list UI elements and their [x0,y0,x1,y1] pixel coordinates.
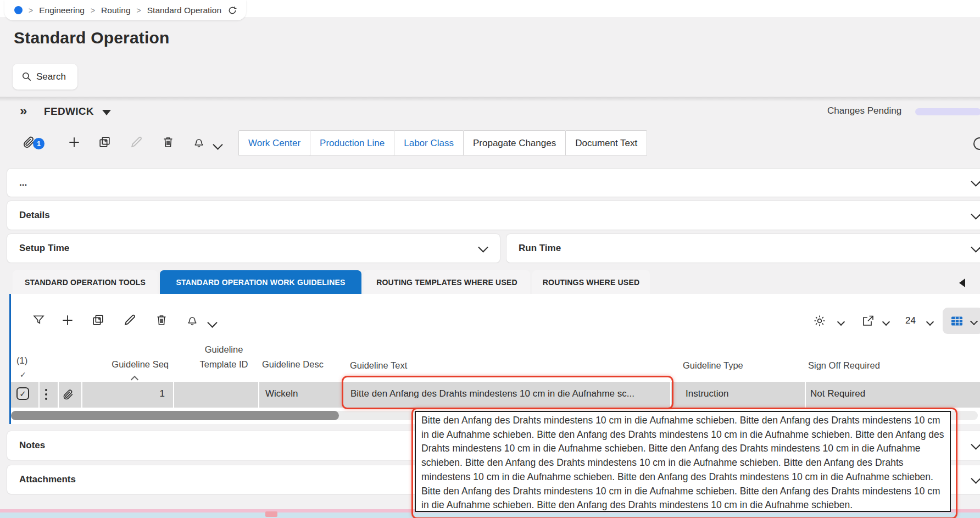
chevron-down-icon [478,242,488,252]
column-header-seq[interactable]: Guideline Seq [102,359,169,370]
row-attachment-icon[interactable] [62,388,74,400]
column-separator [58,382,59,408]
bell-dropdown-chevron-icon[interactable] [213,140,222,149]
horizontal-scrollbar-thumb[interactable] [11,411,339,420]
row-checkbox-checked[interactable]: ✓ [16,387,29,400]
delete-icon[interactable] [162,135,175,149]
column-header-selection[interactable]: (1) [16,355,27,366]
delete-row-icon[interactable] [155,313,168,327]
record-name[interactable]: FEDWICK [44,105,94,118]
breadcrumb-standard-operation[interactable]: Standard Operation [147,5,221,15]
status-text: Changes Pending [827,105,901,116]
expand-panel-icon[interactable]: » [20,104,27,118]
section-ellipsis[interactable]: ... [7,169,980,197]
chevron-down-icon [971,242,980,252]
cell-guideline-type[interactable]: Instruction [686,388,728,399]
chevron-down-icon [971,439,980,449]
column-separator [258,382,259,408]
grid-view-toggle[interactable] [943,308,980,334]
column-separator [81,382,82,408]
tab-routings-where-used[interactable]: ROUTINGS WHERE USED [532,270,650,294]
page-size-value[interactable]: 24 [905,315,916,326]
column-header-template-line1[interactable]: Guideline [190,344,258,355]
column-separator [38,382,40,408]
column-header-sign-off[interactable]: Sign Off Required [808,360,880,371]
column-header-text[interactable]: Guideline Text [350,360,407,371]
search-button[interactable]: Search [13,64,77,90]
cell-guideline-desc[interactable]: Wickeln [265,388,298,399]
chevron-right-icon: > [91,6,95,15]
chevron-right-icon: > [137,6,141,15]
section-setup-time-label: Setup Time [19,243,69,254]
search-icon [21,71,32,82]
cell-guideline-seq[interactable]: 1 [110,388,165,399]
tab-standard-operation-tools[interactable]: STANDARD OPERATION TOOLS [13,270,158,294]
select-all-check-icon[interactable]: ✓ [20,370,26,379]
add-row-icon[interactable] [60,313,75,327]
edit-icon-disabled[interactable] [130,135,143,149]
column-separator [670,382,671,408]
bottom-marker [265,511,277,517]
table-view-icon [950,315,964,327]
grid-settings-gear-icon[interactable] [813,314,826,327]
breadcrumb: > Engineering > Routing > Standard Opera… [4,0,246,20]
column-separator [805,382,806,408]
guideline-text-tooltip: Bitte den Anfang des Drahts mindestens 1… [415,411,951,512]
attachment-count-badge: 1 [33,138,44,149]
chevron-down-icon [971,474,980,483]
production-line-button[interactable]: Production Line [310,130,394,156]
section-setup-time[interactable]: Setup Time [7,234,500,263]
standard-operation-page: > Engineering > Routing > Standard Opera… [0,0,980,518]
chevron-down-icon [971,209,980,219]
grid-bell-icon[interactable] [186,313,199,327]
record-dropdown-caret-icon[interactable] [102,110,111,115]
work-center-button[interactable]: Work Center [238,130,310,156]
notifications-bell-icon[interactable] [192,135,205,149]
cell-sign-off-required[interactable]: Not Required [810,388,865,399]
propagate-changes-button[interactable]: Propagate Changes [463,130,566,156]
column-header-type[interactable]: Guideline Type [683,360,743,371]
chevron-down-icon [971,176,980,186]
labor-class-button[interactable]: Labor Class [394,130,464,156]
view-toggle-chevron-icon [970,318,978,325]
record-action-buttons: Work Center Production Line Labor Class … [239,130,647,156]
tab-routing-templates-where-used[interactable]: ROUTING TEMPLATES WHERE USED [364,270,530,294]
document-text-button[interactable]: Document Text [565,130,647,156]
section-run-time-label: Run Time [519,243,561,254]
export-share-icon[interactable] [861,314,875,327]
cell-guideline-text[interactable]: Bitte den Anfang des Drahts mindestens 1… [350,388,634,399]
search-label: Search [36,71,66,82]
section-details-label: Details [19,210,50,221]
column-separator [173,382,174,408]
status-pill [915,108,980,115]
section-details[interactable]: Details [7,201,980,230]
breadcrumb-routing[interactable]: Routing [101,5,130,15]
chevron-right-icon: > [29,6,33,15]
section-notes-label: Notes [19,440,45,451]
add-icon[interactable] [67,135,81,149]
section-run-time[interactable]: Run Time [506,234,980,263]
page-title: Standard Operation [14,29,170,47]
row-kebab-menu-icon[interactable] [44,387,48,402]
header-divider [0,97,980,102]
search-edge-icon[interactable] [973,137,980,150]
bottom-window-edge [0,513,980,518]
breadcrumb-engineering[interactable]: Engineering [39,5,85,15]
app-dot-icon[interactable] [14,6,23,14]
copy-record-icon[interactable] [98,135,112,149]
filter-icon[interactable] [32,313,46,327]
section-attachments-label: Attachments [19,474,76,485]
tab-standard-operation-work-guidelines[interactable]: STANDARD OPERATION WORK GUIDELINES [160,270,361,294]
column-header-template-line2[interactable]: Template ID [190,359,258,370]
section-ellipsis-label: ... [19,177,27,188]
column-header-desc[interactable]: Guideline Desc [262,359,324,370]
collapse-left-arrow-icon[interactable] [959,279,965,287]
copy-row-icon[interactable] [91,313,105,327]
refresh-icon[interactable] [227,5,237,15]
edit-row-icon[interactable] [123,313,137,327]
